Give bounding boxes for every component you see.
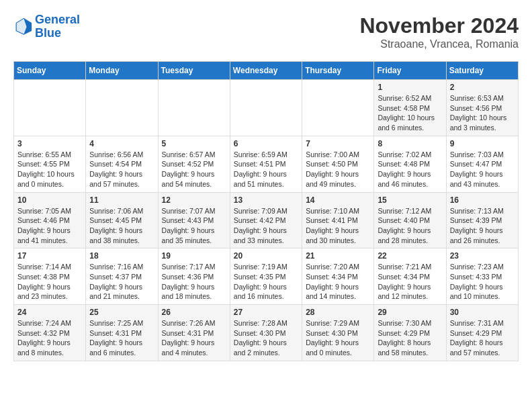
day-info: Sunrise: 7:29 AM Sunset: 4:30 PM Dayligh… — [306, 318, 370, 358]
day-number: 7 — [306, 139, 370, 148]
calendar-week-5: 24Sunrise: 7:24 AM Sunset: 4:32 PM Dayli… — [14, 305, 519, 361]
day-number: 4 — [89, 139, 154, 148]
calendar-day: 18Sunrise: 7:16 AM Sunset: 4:37 PM Dayli… — [86, 248, 158, 305]
calendar-week-1: 1Sunrise: 6:52 AM Sunset: 4:58 PM Daylig… — [14, 80, 519, 136]
day-number: 18 — [89, 251, 154, 261]
calendar-day: 15Sunrise: 7:12 AM Sunset: 4:40 PM Dayli… — [374, 192, 446, 248]
day-number: 30 — [450, 308, 515, 317]
calendar-day: 3Sunrise: 6:55 AM Sunset: 4:55 PM Daylig… — [14, 136, 86, 192]
day-info: Sunrise: 6:57 AM Sunset: 4:52 PM Dayligh… — [162, 150, 226, 189]
day-number: 22 — [378, 251, 442, 261]
calendar-day: 7Sunrise: 7:00 AM Sunset: 4:50 PM Daylig… — [302, 136, 374, 192]
calendar-day: 8Sunrise: 7:02 AM Sunset: 4:48 PM Daylig… — [374, 136, 446, 192]
calendar-day — [86, 80, 158, 136]
day-info: Sunrise: 7:03 AM Sunset: 4:47 PM Dayligh… — [450, 150, 515, 189]
calendar-day — [302, 80, 374, 136]
day-number: 21 — [306, 251, 370, 261]
weekday-header-friday: Friday — [374, 62, 446, 80]
calendar-week-4: 17Sunrise: 7:14 AM Sunset: 4:38 PM Dayli… — [14, 248, 519, 305]
calendar-day: 22Sunrise: 7:21 AM Sunset: 4:34 PM Dayli… — [374, 248, 446, 305]
calendar-day: 16Sunrise: 7:13 AM Sunset: 4:39 PM Dayli… — [446, 192, 518, 248]
calendar-day: 30Sunrise: 7:31 AM Sunset: 4:29 PM Dayli… — [446, 305, 518, 361]
logo: General Blue — [13, 13, 80, 40]
weekday-header-saturday: Saturday — [446, 62, 518, 80]
calendar-day: 5Sunrise: 6:57 AM Sunset: 4:52 PM Daylig… — [158, 136, 230, 192]
day-info: Sunrise: 7:26 AM Sunset: 4:31 PM Dayligh… — [162, 318, 226, 358]
day-info: Sunrise: 7:20 AM Sunset: 4:34 PM Dayligh… — [306, 262, 370, 302]
calendar-day: 10Sunrise: 7:05 AM Sunset: 4:46 PM Dayli… — [14, 192, 86, 248]
logo-icon — [13, 17, 32, 36]
day-info: Sunrise: 7:09 AM Sunset: 4:42 PM Dayligh… — [234, 206, 298, 246]
day-info: Sunrise: 7:17 AM Sunset: 4:36 PM Dayligh… — [162, 262, 226, 302]
calendar-day: 17Sunrise: 7:14 AM Sunset: 4:38 PM Dayli… — [14, 248, 86, 305]
day-number: 16 — [450, 195, 515, 205]
calendar-day: 12Sunrise: 7:07 AM Sunset: 4:43 PM Dayli… — [158, 192, 230, 248]
calendar-day: 4Sunrise: 6:56 AM Sunset: 4:54 PM Daylig… — [86, 136, 158, 192]
calendar-day — [14, 80, 86, 136]
day-number: 23 — [450, 251, 515, 261]
calendar-day: 13Sunrise: 7:09 AM Sunset: 4:42 PM Dayli… — [230, 192, 302, 248]
day-info: Sunrise: 6:53 AM Sunset: 4:56 PM Dayligh… — [450, 93, 515, 133]
day-info: Sunrise: 7:02 AM Sunset: 4:48 PM Dayligh… — [378, 150, 442, 189]
calendar-day: 27Sunrise: 7:28 AM Sunset: 4:30 PM Dayli… — [230, 305, 302, 361]
day-number: 8 — [378, 139, 442, 148]
day-info: Sunrise: 7:23 AM Sunset: 4:33 PM Dayligh… — [450, 262, 515, 302]
day-number: 2 — [450, 83, 515, 92]
calendar-day: 1Sunrise: 6:52 AM Sunset: 4:58 PM Daylig… — [374, 80, 446, 136]
calendar-day: 25Sunrise: 7:25 AM Sunset: 4:31 PM Dayli… — [86, 305, 158, 361]
day-info: Sunrise: 7:31 AM Sunset: 4:29 PM Dayligh… — [450, 318, 515, 358]
weekday-header-sunday: Sunday — [14, 62, 86, 80]
calendar-day: 2Sunrise: 6:53 AM Sunset: 4:56 PM Daylig… — [446, 80, 518, 136]
logo-text-line1: General — [35, 13, 80, 27]
calendar-week-3: 10Sunrise: 7:05 AM Sunset: 4:46 PM Dayli… — [14, 192, 519, 248]
day-info: Sunrise: 7:24 AM Sunset: 4:32 PM Dayligh… — [17, 318, 82, 358]
calendar-day: 20Sunrise: 7:19 AM Sunset: 4:35 PM Dayli… — [230, 248, 302, 305]
logo-text-line2: Blue — [35, 27, 80, 40]
day-info: Sunrise: 7:10 AM Sunset: 4:41 PM Dayligh… — [306, 206, 370, 246]
day-number: 27 — [234, 308, 298, 317]
calendar-body: 1Sunrise: 6:52 AM Sunset: 4:58 PM Daylig… — [14, 80, 519, 361]
month-title: November 2024 — [359, 13, 519, 38]
location: Straoane, Vrancea, Romania — [359, 38, 519, 50]
day-info: Sunrise: 7:30 AM Sunset: 4:29 PM Dayligh… — [378, 318, 442, 358]
day-number: 19 — [162, 251, 226, 261]
calendar-day: 11Sunrise: 7:06 AM Sunset: 4:45 PM Dayli… — [86, 192, 158, 248]
day-info: Sunrise: 6:52 AM Sunset: 4:58 PM Dayligh… — [378, 93, 442, 133]
calendar-day: 21Sunrise: 7:20 AM Sunset: 4:34 PM Dayli… — [302, 248, 374, 305]
day-number: 1 — [378, 83, 442, 92]
day-info: Sunrise: 7:06 AM Sunset: 4:45 PM Dayligh… — [89, 206, 154, 246]
day-info: Sunrise: 7:07 AM Sunset: 4:43 PM Dayligh… — [162, 206, 226, 246]
day-number: 24 — [17, 308, 82, 317]
day-number: 6 — [234, 139, 298, 148]
calendar-week-2: 3Sunrise: 6:55 AM Sunset: 4:55 PM Daylig… — [14, 136, 519, 192]
calendar-day: 26Sunrise: 7:26 AM Sunset: 4:31 PM Dayli… — [158, 305, 230, 361]
day-number: 17 — [17, 251, 82, 261]
day-number: 3 — [17, 139, 82, 148]
calendar-day: 19Sunrise: 7:17 AM Sunset: 4:36 PM Dayli… — [158, 248, 230, 305]
weekday-header-tuesday: Tuesday — [158, 62, 230, 80]
calendar-day — [230, 80, 302, 136]
title-block: November 2024 Straoane, Vrancea, Romania — [359, 13, 519, 50]
day-number: 12 — [162, 195, 226, 205]
day-info: Sunrise: 6:59 AM Sunset: 4:51 PM Dayligh… — [234, 150, 298, 189]
day-number: 10 — [17, 195, 82, 205]
weekday-header-row: SundayMondayTuesdayWednesdayThursdayFrid… — [14, 62, 519, 80]
day-info: Sunrise: 6:55 AM Sunset: 4:55 PM Dayligh… — [17, 150, 82, 189]
day-number: 26 — [162, 308, 226, 317]
day-info: Sunrise: 7:00 AM Sunset: 4:50 PM Dayligh… — [306, 150, 370, 189]
day-info: Sunrise: 7:14 AM Sunset: 4:38 PM Dayligh… — [17, 262, 82, 302]
weekday-header-monday: Monday — [86, 62, 158, 80]
day-info: Sunrise: 7:25 AM Sunset: 4:31 PM Dayligh… — [89, 318, 154, 358]
day-info: Sunrise: 7:05 AM Sunset: 4:46 PM Dayligh… — [17, 206, 82, 246]
calendar-day — [158, 80, 230, 136]
day-info: Sunrise: 7:16 AM Sunset: 4:37 PM Dayligh… — [89, 262, 154, 302]
day-info: Sunrise: 6:56 AM Sunset: 4:54 PM Dayligh… — [89, 150, 154, 189]
calendar-day: 9Sunrise: 7:03 AM Sunset: 4:47 PM Daylig… — [446, 136, 518, 192]
weekday-header-thursday: Thursday — [302, 62, 374, 80]
day-number: 25 — [89, 308, 154, 317]
day-info: Sunrise: 7:19 AM Sunset: 4:35 PM Dayligh… — [234, 262, 298, 302]
day-number: 13 — [234, 195, 298, 205]
day-number: 29 — [378, 308, 442, 317]
day-number: 11 — [89, 195, 154, 205]
calendar-day: 23Sunrise: 7:23 AM Sunset: 4:33 PM Dayli… — [446, 248, 518, 305]
